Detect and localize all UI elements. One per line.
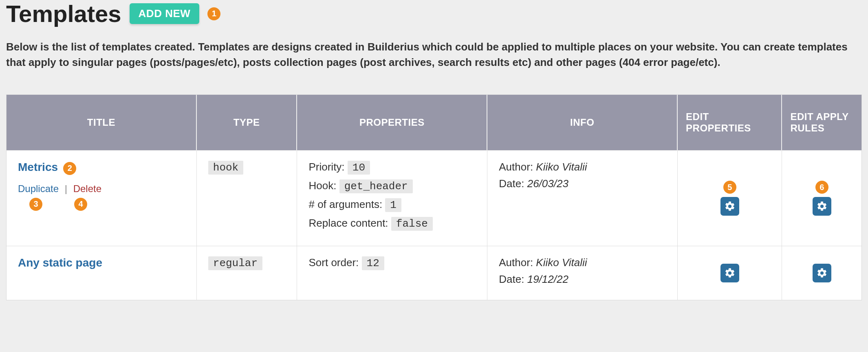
info-date-value: 19/12/22	[527, 273, 568, 285]
info-date-value: 26/03/23	[527, 177, 568, 190]
table-row: Metrics 2 Duplicate | Delete 3 4 hook	[7, 150, 861, 246]
prop-args-value: 1	[385, 198, 401, 212]
info-date-label: Date:	[499, 273, 524, 285]
callout-5: 5	[723, 181, 736, 194]
prop-args-label: # of arguments:	[308, 198, 382, 210]
prop-priority-label: Priority:	[308, 161, 344, 173]
edit-properties-button[interactable]	[720, 197, 739, 216]
th-title: TITLE	[7, 95, 197, 150]
delete-action[interactable]: Delete	[73, 183, 101, 194]
th-type: TYPE	[197, 95, 297, 150]
info-author-label: Author:	[499, 256, 533, 269]
type-chip: hook	[208, 161, 243, 175]
th-edit-apply-rules: EDIT APPLY RULES	[782, 95, 861, 150]
prop-sort-value: 12	[362, 256, 384, 270]
template-title-link[interactable]: Metrics	[18, 161, 58, 173]
callout-1: 1	[207, 7, 220, 20]
page-description: Below is the list of templates created. …	[6, 39, 862, 70]
gear-icon	[724, 201, 736, 212]
info-author-label: Author:	[499, 161, 533, 173]
callout-4: 4	[74, 198, 87, 211]
templates-table: TITLE TYPE PROPERTIES INFO EDIT PROPERTI…	[6, 94, 862, 300]
prop-priority-value: 10	[348, 161, 370, 175]
add-new-button[interactable]: ADD NEW	[130, 3, 200, 24]
edit-properties-button[interactable]	[720, 264, 739, 282]
th-properties: PROPERTIES	[297, 95, 487, 150]
th-info: INFO	[487, 95, 678, 150]
gear-icon	[816, 201, 828, 212]
gear-icon	[816, 267, 828, 279]
action-separator: |	[65, 183, 67, 194]
callout-6: 6	[815, 181, 828, 194]
callout-2: 2	[63, 162, 76, 175]
template-title-link[interactable]: Any static page	[18, 256, 102, 269]
info-date-label: Date:	[499, 177, 524, 190]
callout-3: 3	[29, 198, 42, 211]
th-edit-properties: EDIT PROPERTIES	[678, 95, 782, 150]
edit-apply-rules-button[interactable]	[813, 197, 831, 216]
info-author-value: Kiiko Vitalii	[536, 161, 587, 173]
row-actions: Duplicate | Delete 3 4	[18, 183, 185, 211]
gear-icon	[724, 267, 736, 279]
prop-replace-value: false	[391, 217, 433, 231]
type-chip: regular	[208, 256, 262, 270]
prop-hook-value: get_header	[339, 179, 413, 193]
page-title: Templates	[6, 0, 121, 27]
prop-replace-label: Replace content:	[308, 217, 388, 229]
table-row: Any static page regular Sort order: 12 A…	[7, 246, 861, 300]
prop-hook-label: Hook:	[308, 179, 336, 192]
prop-sort-label: Sort order:	[308, 256, 359, 269]
info-author-value: Kiiko Vitalii	[536, 256, 587, 269]
edit-apply-rules-button[interactable]	[813, 264, 831, 282]
duplicate-action[interactable]: Duplicate	[18, 183, 59, 194]
